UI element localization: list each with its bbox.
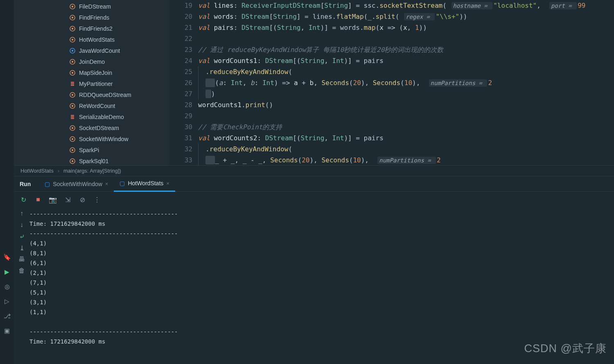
object-scala-icon xyxy=(69,147,76,153)
services-icon[interactable]: ◎ xyxy=(3,283,11,290)
tree-item[interactable]: MapSideJoin xyxy=(14,67,169,78)
line-number: 24 xyxy=(169,55,192,66)
breadcrumb-part[interactable]: HotWordStats xyxy=(20,168,54,174)
code-line[interactable]: // 通过 reduceByKeyAndWindow算子 每隔10秒统计最近20… xyxy=(198,44,614,55)
svg-rect-22 xyxy=(71,116,74,117)
code-line[interactable]: _ + _, _ - _, Seconds(20), Seconds(10), … xyxy=(198,155,614,165)
run-tab[interactable]: ▢SocketWithWindow× xyxy=(39,176,114,192)
svg-rect-15 xyxy=(71,83,74,84)
tree-item[interactable]: SocketWithWindow xyxy=(14,133,169,144)
code-line[interactable]: val pairs: DStream[(String, Int)] = word… xyxy=(198,22,614,33)
scroll-to-end-icon[interactable]: ⤓ xyxy=(18,244,25,252)
down-arrow-icon[interactable]: ↓ xyxy=(18,221,25,229)
tree-item-label: SerializableDemo xyxy=(79,114,124,120)
svg-point-9 xyxy=(72,49,73,51)
svg-point-31 xyxy=(72,160,73,162)
code-line[interactable]: ) xyxy=(198,88,614,99)
soft-wrap-icon[interactable]: ⤶ xyxy=(18,233,25,240)
svg-point-27 xyxy=(72,138,73,139)
terminal-icon[interactable]: ▣ xyxy=(3,327,11,335)
object-scala-icon xyxy=(69,125,76,131)
up-arrow-icon[interactable]: ↑ xyxy=(18,210,25,217)
object-scala-icon xyxy=(69,36,76,43)
code-editor[interactable]: 192021222324252627282930313233 val lines… xyxy=(169,0,614,165)
run-panel: Run ▢SocketWithWindow×▢HotWordStats× ↻ ■… xyxy=(14,176,614,364)
code-line[interactable] xyxy=(198,33,614,44)
tree-item[interactable]: FindFriends2 xyxy=(14,23,169,34)
line-number: 30 xyxy=(169,121,192,133)
code-line[interactable]: wordCounts1.print() xyxy=(198,99,614,110)
svg-point-18 xyxy=(72,94,73,95)
object-scala-icon xyxy=(69,158,76,164)
line-number: 32 xyxy=(169,144,192,155)
line-number: 25 xyxy=(169,66,192,77)
code-line[interactable]: // 需要CheckPoint的支持 xyxy=(198,121,614,133)
rerun-icon[interactable]: ↻ xyxy=(20,196,27,203)
tree-item-label: SparkPi xyxy=(79,147,99,153)
project-tree[interactable]: FileDStreamFindFriendsFindFriends2HotWor… xyxy=(14,0,169,165)
class-java-icon xyxy=(69,47,76,54)
code-area[interactable]: val lines: ReceiverInputDStream[String] … xyxy=(198,0,614,165)
git-icon[interactable]: ⎇ xyxy=(3,312,11,320)
run-icon[interactable]: ▶ xyxy=(3,268,11,276)
code-line[interactable]: .reduceByKeyAndWindow( xyxy=(198,66,614,77)
chevron-right-icon: › xyxy=(58,168,59,174)
svg-point-29 xyxy=(72,149,73,151)
tree-item[interactable]: HotWordStats xyxy=(14,34,169,45)
tree-item-label: MyPartitioner xyxy=(79,81,113,87)
bookmark-icon[interactable]: 🔖 xyxy=(3,254,11,261)
breadcrumb[interactable]: HotWordStats › main(args: Array[String]) xyxy=(14,165,614,176)
close-icon[interactable]: × xyxy=(166,180,169,186)
tree-item[interactable]: SocketDStream xyxy=(14,122,169,133)
tree-item[interactable]: JavaWordCount xyxy=(14,45,169,56)
code-line[interactable]: val lines: ReceiverInputDStream[String] … xyxy=(198,0,614,11)
console-gutter: ↑ ↓ ⤶ ⤓ 🖶 🗑 xyxy=(14,207,29,364)
tree-item[interactable]: FileDStream xyxy=(14,1,169,12)
tree-item-label: JavaWordCount xyxy=(79,47,120,54)
tree-item[interactable]: JoinDemo xyxy=(14,56,169,67)
tree-item-label: JoinDemo xyxy=(79,58,105,65)
debug-icon[interactable]: ▷ xyxy=(3,298,11,305)
object-scala-icon xyxy=(69,92,76,98)
tree-item-label: FindFriends xyxy=(79,14,109,21)
tree-item[interactable]: SparkSql01 xyxy=(14,155,169,165)
code-line[interactable]: val words: DStream[String] = lines.flatM… xyxy=(198,11,614,22)
code-line[interactable]: (a: Int, b: Int) => a + b, Seconds(20), … xyxy=(198,77,614,88)
code-line[interactable]: val wordCounts1: DStream[(String, Int)] … xyxy=(198,55,614,66)
tree-item[interactable]: RDDQueueDStream xyxy=(14,89,169,100)
tree-item-label: SparkSql01 xyxy=(79,158,108,164)
tree-item[interactable]: ReWordCount xyxy=(14,100,169,111)
exit-icon[interactable]: ⇲ xyxy=(64,196,71,203)
tree-item[interactable]: SerializableDemo xyxy=(14,111,169,122)
close-icon[interactable]: × xyxy=(105,181,108,187)
left-tool-strip: 🔖 ▶ ◎ ▷ ⎇ ▣ xyxy=(0,0,14,364)
tree-item-label: FindFriends2 xyxy=(79,25,113,32)
tree-item-label: HotWordStats xyxy=(79,36,115,43)
tree-item[interactable]: FindFriends xyxy=(14,12,169,23)
line-number: 29 xyxy=(169,110,192,121)
scala-file-icon xyxy=(69,81,76,87)
run-tab[interactable]: ▢HotWordStats× xyxy=(114,176,175,192)
code-line[interactable] xyxy=(198,110,614,121)
breadcrumb-part[interactable]: main(args: Array[String]) xyxy=(63,168,121,174)
svg-rect-23 xyxy=(71,118,74,119)
tree-item[interactable]: MyPartitioner xyxy=(14,78,169,89)
object-scala-icon xyxy=(69,103,76,109)
tree-item-label: SocketDStream xyxy=(79,125,119,131)
object-scala-icon xyxy=(69,3,76,10)
tree-item[interactable]: SparkPi xyxy=(14,144,169,155)
line-number: 23 xyxy=(169,44,192,55)
svg-point-3 xyxy=(72,16,73,18)
trash-icon[interactable]: 🗑 xyxy=(18,267,25,274)
dump-threads-icon[interactable]: ⊘ xyxy=(79,196,86,203)
more-icon[interactable]: ⋮ xyxy=(93,196,101,203)
console-output[interactable]: ----------------------------------------… xyxy=(29,207,614,364)
svg-rect-14 xyxy=(71,82,74,83)
code-line[interactable]: .reduceByKeyAndWindow( xyxy=(198,144,614,155)
camera-icon[interactable]: 📷 xyxy=(49,196,56,203)
svg-point-25 xyxy=(72,127,73,128)
print-icon[interactable]: 🖶 xyxy=(18,256,25,263)
code-line[interactable]: val wordCounts2: DStream[(String, Int)] … xyxy=(198,133,614,144)
run-panel-label: Run xyxy=(20,181,31,187)
stop-icon[interactable]: ■ xyxy=(34,196,42,203)
